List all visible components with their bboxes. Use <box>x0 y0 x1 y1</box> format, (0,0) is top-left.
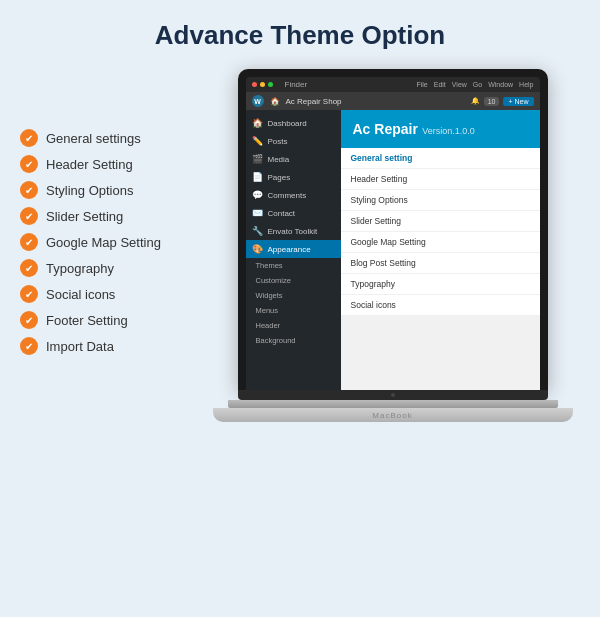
setting-item-typography[interactable]: Typography <box>341 274 540 295</box>
wp-menu-item-contact[interactable]: ✉️Contact <box>246 204 341 222</box>
check-icon: ✔ <box>20 259 38 277</box>
menu-label: Contact <box>268 209 296 218</box>
feature-label: Header Setting <box>46 157 133 172</box>
wp-menu-item-posts[interactable]: ✏️Posts <box>246 132 341 150</box>
check-icon: ✔ <box>20 207 38 225</box>
top-menu-item-file[interactable]: File <box>416 81 427 88</box>
menu-label: Media <box>268 155 290 164</box>
wp-header: Ac Repair Version.1.0.0 <box>341 110 540 148</box>
wp-submenu-themes[interactable]: Themes <box>246 258 341 273</box>
laptop-content: 🏠Dashboard✏️Posts🎬Media📄Pages💬Comments✉️… <box>246 110 540 390</box>
menu-label: Dashboard <box>268 119 307 128</box>
top-menu-item-edit[interactable]: Edit <box>434 81 446 88</box>
check-icon: ✔ <box>20 285 38 303</box>
menu-icon: 📄 <box>252 172 264 182</box>
top-menu-item-window[interactable]: Window <box>488 81 513 88</box>
check-icon: ✔ <box>20 337 38 355</box>
menu-label: Posts <box>268 137 288 146</box>
feature-label: Google Map Setting <box>46 235 161 250</box>
feature-label: Styling Options <box>46 183 133 198</box>
macbook-label: MacBook <box>372 411 412 420</box>
wp-settings-list: General settingHeader SettingStyling Opt… <box>341 148 540 316</box>
feature-label: Import Data <box>46 339 114 354</box>
wp-menu-item-envato-toolkit[interactable]: 🔧Envato Toolkit <box>246 222 341 240</box>
laptop-hinge <box>228 400 558 408</box>
finder-label: Finder <box>285 80 308 89</box>
setting-item-header-setting[interactable]: Header Setting <box>341 169 540 190</box>
setting-item-social-icons[interactable]: Social icons <box>341 295 540 316</box>
menu-label: Comments <box>268 191 307 200</box>
feature-item-typography: ✔ Typography <box>20 259 195 277</box>
menu-icon: 🎬 <box>252 154 264 164</box>
menu-icon: ✏️ <box>252 136 264 146</box>
wp-main: Ac Repair Version.1.0.0 General settingH… <box>341 110 540 390</box>
wp-menu-item-media[interactable]: 🎬Media <box>246 150 341 168</box>
check-icon: ✔ <box>20 311 38 329</box>
feature-item-general-settings: ✔ General settings <box>20 129 195 147</box>
feature-item-footer-setting: ✔ Footer Setting <box>20 311 195 329</box>
laptop-base: MacBook <box>213 408 573 422</box>
wp-menu-item-comments[interactable]: 💬Comments <box>246 186 341 204</box>
wp-submenu-widgets[interactable]: Widgets <box>246 288 341 303</box>
menu-label: Envato Toolkit <box>268 227 318 236</box>
top-menu-item-view[interactable]: View <box>452 81 467 88</box>
check-icon: ✔ <box>20 233 38 251</box>
notif-area: 🔔 10 + New <box>471 97 534 106</box>
content-area: ✔ General settings ✔ Header Setting ✔ St… <box>20 69 580 422</box>
wp-submenu-menus[interactable]: Menus <box>246 303 341 318</box>
wp-menu-item-dashboard[interactable]: 🏠Dashboard <box>246 114 341 132</box>
macos-topbar: Finder FileEditViewGoWindowHelp <box>246 77 540 92</box>
check-icon: ✔ <box>20 155 38 173</box>
feature-item-social-icons: ✔ Social icons <box>20 285 195 303</box>
dot-yellow <box>260 82 265 87</box>
new-button[interactable]: + New <box>503 97 533 106</box>
feature-label: General settings <box>46 131 141 146</box>
menu-label: Appearance <box>268 245 311 254</box>
feature-item-google-map-setting: ✔ Google Map Setting <box>20 233 195 251</box>
submenu-label: Background <box>256 336 296 345</box>
submenu-label: Themes <box>256 261 283 270</box>
laptop-screen: Finder FileEditViewGoWindowHelp W 🏠 Ac R… <box>238 69 548 390</box>
wp-version: Version.1.0.0 <box>422 126 475 136</box>
bell-icon: 🔔 <box>471 97 480 105</box>
check-icon: ✔ <box>20 129 38 147</box>
menu-label: Pages <box>268 173 291 182</box>
setting-item-styling-options[interactable]: Styling Options <box>341 190 540 211</box>
laptop-base-wrap: MacBook <box>213 390 573 422</box>
setting-item-slider-setting[interactable]: Slider Setting <box>341 211 540 232</box>
home-icon: 🏠 <box>270 97 280 106</box>
check-icon: ✔ <box>20 181 38 199</box>
notif-count: 10 <box>484 97 500 106</box>
menu-icon: 🔧 <box>252 226 264 236</box>
top-menu-item-help[interactable]: Help <box>519 81 533 88</box>
feature-item-slider-setting: ✔ Slider Setting <box>20 207 195 225</box>
laptop-visual: Finder FileEditViewGoWindowHelp W 🏠 Ac R… <box>205 69 580 422</box>
site-name: Ac Repair Shop <box>286 97 465 106</box>
setting-item-general-setting[interactable]: General setting <box>341 148 540 169</box>
submenu-label: Widgets <box>256 291 283 300</box>
top-menu: FileEditViewGoWindowHelp <box>416 81 533 88</box>
top-menu-item-go[interactable]: Go <box>473 81 482 88</box>
laptop-chin <box>238 390 548 400</box>
submenu-label: Header <box>256 321 281 330</box>
wp-submenu-header[interactable]: Header <box>246 318 341 333</box>
wp-menu-item-pages[interactable]: 📄Pages <box>246 168 341 186</box>
camera-dot <box>391 393 395 397</box>
setting-item-blog-post-setting[interactable]: Blog Post Setting <box>341 253 540 274</box>
wp-submenu-background[interactable]: Background <box>246 333 341 348</box>
menu-icon: 🎨 <box>252 244 264 254</box>
wp-site-title: Ac Repair <box>353 121 418 137</box>
feature-label: Footer Setting <box>46 313 128 328</box>
setting-item-google-map-setting[interactable]: Google Map Setting <box>341 232 540 253</box>
browser-bar: W 🏠 Ac Repair Shop 🔔 10 + New <box>246 92 540 110</box>
wp-menu-item-appearance[interactable]: 🎨Appearance <box>246 240 341 258</box>
window-dots <box>252 82 273 87</box>
feature-item-import-data: ✔ Import Data <box>20 337 195 355</box>
dot-green <box>268 82 273 87</box>
feature-label: Typography <box>46 261 114 276</box>
wp-icon: W <box>252 95 264 107</box>
feature-label: Social icons <box>46 287 115 302</box>
wp-submenu-customize[interactable]: Customize <box>246 273 341 288</box>
feature-label: Slider Setting <box>46 209 123 224</box>
submenu-label: Customize <box>256 276 291 285</box>
